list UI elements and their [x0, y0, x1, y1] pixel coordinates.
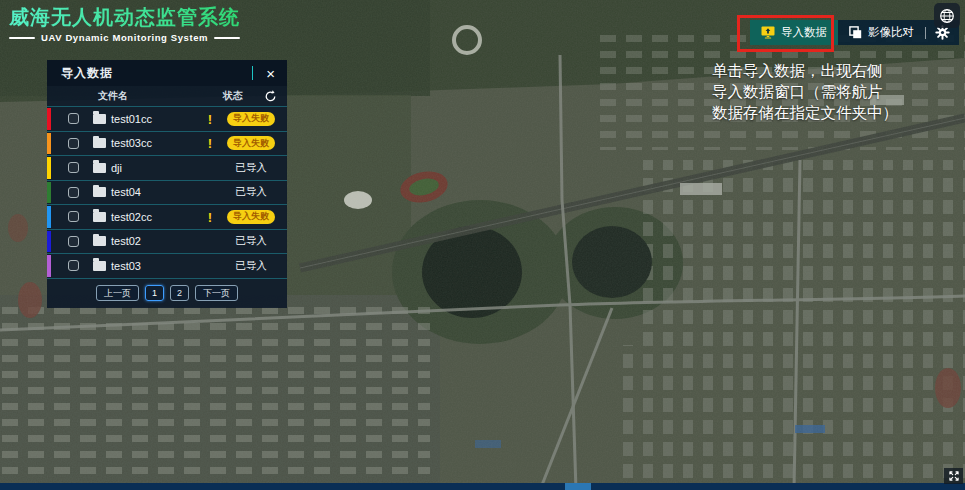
file-table-body: test01cc!导入失败test03cc!导入失败dji已导入test04已导…	[47, 106, 287, 279]
fullscreen-button[interactable]	[944, 468, 963, 484]
prev-page-button[interactable]: 上一页	[96, 285, 139, 302]
import-data-label: 导入数据	[781, 25, 827, 40]
row-checkbox[interactable]	[68, 162, 79, 173]
close-icon[interactable]: ×	[264, 66, 277, 81]
table-row: test03cc!导入失败	[47, 131, 287, 156]
status-badge: 导入失败	[227, 210, 275, 224]
row-filename: test04	[111, 186, 141, 198]
folder-icon	[93, 212, 106, 222]
column-filename: 文件名	[98, 89, 128, 103]
app-title: 威海无人机动态监管系统	[9, 4, 240, 31]
row-filename: test01cc	[111, 113, 152, 125]
row-filename: dji	[111, 162, 122, 174]
row-checkbox[interactable]	[68, 138, 79, 149]
row-filename: test03cc	[111, 137, 152, 149]
tutorial-annotation: 单击导入数据，出现右侧 导入数据窗口（需将航片 数据存储在指定文件夹中）	[712, 60, 898, 123]
panel-titlebar: 导入数据 ×	[47, 60, 287, 86]
status-exclamation-icon: !	[208, 136, 212, 151]
row-color-stripe	[47, 206, 51, 228]
top-toolbar: 导入数据 影像比对	[750, 20, 959, 45]
row-checkbox[interactable]	[68, 260, 79, 271]
image-compare-label: 影像比对	[868, 25, 914, 40]
annotation-line-3: 数据存储在指定文件夹中）	[712, 102, 898, 123]
app-subtitle-text: UAV Dynamic Monitoring System	[41, 32, 208, 43]
pagination: 上一页 12 下一页	[47, 279, 287, 308]
row-color-stripe	[47, 157, 51, 179]
row-color-stripe	[47, 182, 51, 204]
page-button-2[interactable]: 2	[170, 285, 189, 302]
titlebar-divider	[252, 66, 253, 80]
status-badge: 已导入	[235, 161, 267, 175]
row-color-stripe	[47, 231, 51, 253]
layers-copy-icon	[849, 26, 862, 39]
page-button-1[interactable]: 1	[145, 285, 164, 302]
globe-icon	[939, 8, 955, 24]
image-compare-button[interactable]: 影像比对	[838, 20, 925, 45]
status-badge: 导入失败	[227, 112, 275, 126]
column-status: 状态	[205, 89, 261, 103]
row-filename: test02	[111, 235, 141, 247]
fullscreen-expand-icon	[948, 470, 960, 482]
row-color-stripe	[47, 108, 51, 130]
import-monitor-icon	[761, 26, 775, 39]
folder-icon	[93, 261, 106, 271]
refresh-button[interactable]	[261, 90, 279, 103]
next-page-button[interactable]: 下一页	[195, 285, 238, 302]
table-row: dji已导入	[47, 155, 287, 180]
row-checkbox[interactable]	[68, 187, 79, 198]
annotation-line-2: 导入数据窗口（需将航片	[712, 81, 898, 102]
table-row: test02cc!导入失败	[47, 204, 287, 229]
status-exclamation-icon: !	[208, 112, 212, 127]
row-color-stripe	[47, 133, 51, 155]
row-checkbox[interactable]	[68, 236, 79, 247]
subtitle-dash-left	[9, 37, 35, 39]
status-badge: 已导入	[235, 234, 267, 248]
row-color-stripe	[47, 255, 51, 277]
import-data-panel: 导入数据 × 文件名 状态 test01cc!导入失败test03cc!导入失败…	[47, 60, 287, 308]
folder-icon	[93, 236, 106, 246]
folder-icon	[93, 138, 106, 148]
annotation-line-1: 单击导入数据，出现右侧	[712, 60, 898, 81]
folder-icon	[93, 114, 106, 124]
status-badge: 导入失败	[227, 136, 275, 150]
row-checkbox[interactable]	[68, 211, 79, 222]
status-badge: 已导入	[235, 185, 267, 199]
panel-title: 导入数据	[61, 65, 113, 82]
folder-icon	[93, 187, 106, 197]
table-row: test04已导入	[47, 180, 287, 205]
row-filename: test02cc	[111, 211, 152, 223]
table-row: test03已导入	[47, 253, 287, 278]
table-row: test01cc!导入失败	[47, 106, 287, 131]
table-row: test02已导入	[47, 229, 287, 254]
refresh-icon	[264, 90, 277, 103]
basemap-globe-button[interactable]	[934, 3, 960, 28]
scrollbar-thumb[interactable]	[565, 483, 591, 490]
status-badge: 已导入	[235, 259, 267, 273]
status-exclamation-icon: !	[208, 210, 212, 225]
app-subtitle: UAV Dynamic Monitoring System	[9, 32, 240, 43]
row-checkbox[interactable]	[68, 113, 79, 124]
subtitle-dash-right	[214, 37, 240, 39]
row-filename: test03	[111, 260, 141, 272]
app-header: 威海无人机动态监管系统 UAV Dynamic Monitoring Syste…	[9, 4, 240, 43]
table-header: 文件名 状态	[47, 86, 287, 106]
import-data-button[interactable]: 导入数据	[750, 20, 838, 45]
horizontal-scrollbar[interactable]	[0, 483, 965, 490]
folder-icon	[93, 163, 106, 173]
